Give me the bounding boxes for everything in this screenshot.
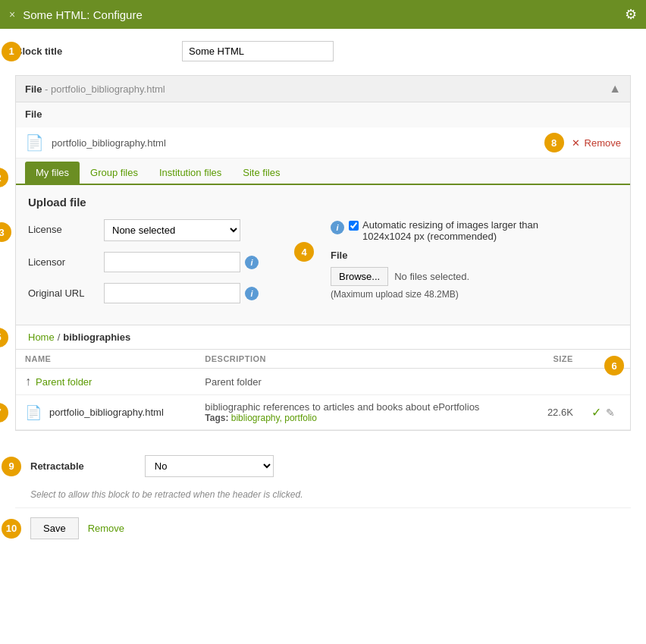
tabs-area: 2 My files Group files Institution files… (16, 162, 630, 185)
parent-folder-cell: ↑ Parent folder (16, 369, 196, 395)
file-section-title: File - portfolio_bibliography.html (25, 83, 165, 95)
file-table-icon: 📄 (25, 404, 42, 421)
remove-link[interactable]: Remove (88, 523, 124, 534)
close-button[interactable]: × (9, 8, 15, 20)
auto-resize-info-icon[interactable]: i (331, 221, 344, 234)
parent-desc-cell: Parent folder (196, 369, 532, 395)
breadcrumb-row: 5 Home / bibliographies (16, 325, 630, 350)
form-grid: 3 License None selected Licensor (28, 219, 618, 314)
file-row-label: File (16, 102, 630, 123)
license-content: None selected (104, 219, 315, 241)
form-left: 3 License None selected Licensor (28, 219, 315, 314)
breadcrumb-home[interactable]: Home (28, 331, 55, 343)
block-title-row: 1 Block title (15, 41, 631, 61)
file-tags: Tags: bibliography, portfolio (205, 413, 522, 423)
upload-title: Upload file (28, 196, 618, 209)
breadcrumb-current: bibliographies (63, 331, 130, 343)
retractable-select[interactable]: No (145, 455, 274, 477)
file-section-filename: - portfolio_bibliography.html (45, 83, 165, 95)
original-url-label: Original URL (28, 283, 104, 299)
step-badge-6: 6 (604, 356, 624, 375)
url-info-icon[interactable]: i (245, 287, 259, 300)
step-badge-3: 3 (0, 222, 11, 242)
tab-site-files[interactable]: Site files (232, 162, 290, 184)
form-right: 4 i Automatic resizing of images larger … (331, 219, 618, 314)
licensor-row: Licensor i (28, 252, 315, 272)
bottom-bar: 10 Save Remove (15, 507, 631, 548)
auto-resize-checkbox[interactable] (349, 221, 359, 231)
auto-resize-row: i Automatic resizing of images larger th… (331, 219, 618, 242)
browse-row: Browse... No files selected. (331, 267, 618, 286)
save-button[interactable]: Save (30, 517, 79, 539)
step-badge-2: 2 (0, 168, 8, 187)
step-badge-5: 5 (0, 328, 8, 347)
licensor-info-icon[interactable]: i (245, 256, 259, 269)
original-url-content: i (104, 283, 315, 303)
step-badge-8: 8 (544, 133, 564, 152)
file-table-wrapper: 6 NAME DESCRIPTION SIZE ↑ (16, 350, 630, 430)
file-icon: 📄 (25, 134, 44, 152)
tab-institution-files[interactable]: Institution files (149, 162, 232, 184)
gear-icon[interactable]: ⚙ (625, 6, 637, 23)
file-cell: 7 📄 portfolio_bibliography.html (16, 395, 196, 430)
file-description: bibliographic references to articles and… (205, 401, 522, 413)
parent-size-cell (532, 369, 582, 395)
original-url-input[interactable] (104, 283, 240, 303)
license-select[interactable]: None selected (104, 219, 240, 241)
page-title: Some HTML: Configure (23, 8, 625, 21)
step-badge-4: 4 (294, 242, 314, 262)
step-badge-7: 7 (0, 403, 8, 423)
tabs-row: My files Group files Institution files S… (16, 162, 630, 185)
step-badge-9: 9 (2, 457, 21, 476)
col-size: SIZE (532, 350, 582, 369)
browse-button[interactable]: Browse... (331, 267, 388, 286)
auto-resize-content: Automatic resizing of images larger than… (349, 219, 560, 242)
file-table: NAME DESCRIPTION SIZE ↑ Parent folder (16, 350, 630, 430)
tab-my-files[interactable]: My files (25, 162, 80, 184)
upload-section: Upload file 3 License None selected (16, 185, 630, 325)
file-desc-cell: bibliographic references to articles and… (196, 395, 532, 430)
chevron-up-icon[interactable]: ▲ (609, 82, 621, 96)
parent-folder-link[interactable]: Parent folder (36, 376, 92, 388)
step-badge-1: 1 (2, 42, 21, 61)
retractable-row: 9 Retractable No (15, 443, 631, 489)
licensor-input[interactable] (104, 252, 240, 272)
file-browse-row: File Browse... No files selected. (Maxim… (331, 250, 618, 300)
table-row: ↑ Parent folder Parent folder (16, 369, 630, 395)
license-label: License (28, 219, 104, 235)
file-size-cell: 22.6K (532, 395, 582, 430)
file-row: 📄 portfolio_bibliography.html 8 ✕ Remove (16, 127, 630, 159)
retractable-label: Retractable (30, 460, 84, 472)
step-badge-10: 10 (2, 519, 21, 539)
max-upload-text: (Maximum upload size 48.2MB) (331, 289, 618, 300)
file-browse-label: File (331, 250, 618, 261)
file-section-header: File - portfolio_bibliography.html ▲ (16, 76, 630, 102)
block-title-label: Block title (15, 46, 91, 57)
breadcrumb-separator: / (58, 331, 61, 343)
original-url-row: Original URL i (28, 283, 315, 303)
file-name: portfolio_bibliography.html (52, 137, 572, 149)
tab-group-files[interactable]: Group files (80, 162, 149, 184)
col-name: NAME (16, 350, 196, 369)
remove-file-button[interactable]: Remove (585, 137, 621, 149)
edit-file-button[interactable]: ✎ (606, 407, 615, 419)
col-description: DESCRIPTION (196, 350, 532, 369)
no-files-text: No files selected. (394, 271, 469, 282)
tags-text: bibliography, portfolio (231, 413, 317, 423)
licensor-content: i (104, 252, 315, 272)
up-arrow-icon: ↑ (25, 375, 31, 388)
file-actions-cell: ✓ ✎ (582, 395, 630, 430)
remove-area: 8 ✕ Remove (572, 137, 621, 149)
auto-resize-text: Automatic resizing of images larger than… (362, 219, 560, 242)
table-row: 7 📄 portfolio_bibliography.html bibliogr… (16, 395, 630, 430)
block-title-input[interactable] (182, 41, 334, 61)
retractable-hint: Select to allow this block to be retract… (15, 489, 631, 507)
file-actions: ✓ ✎ (591, 405, 621, 419)
select-file-button[interactable]: ✓ (591, 405, 601, 419)
remove-x-icon: ✕ (572, 137, 580, 149)
file-table-name: portfolio_bibliography.html (49, 407, 164, 418)
licensor-label: Licensor (28, 252, 104, 268)
title-bar: × Some HTML: Configure ⚙ (0, 0, 646, 29)
license-row: 3 License None selected (28, 219, 315, 241)
file-section: File - portfolio_bibliography.html ▲ Fil… (15, 75, 631, 431)
